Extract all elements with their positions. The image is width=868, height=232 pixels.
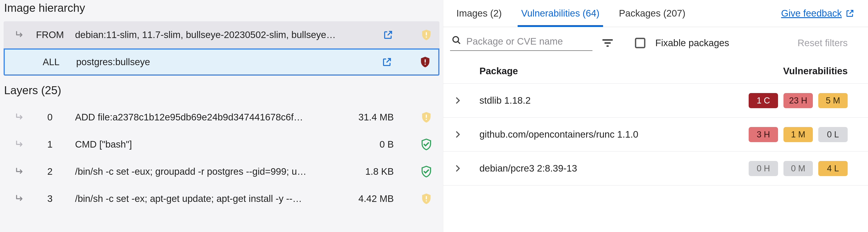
hierarchy-row-tag: ALL [34, 57, 68, 67]
fixable-label: Fixable packages [655, 37, 729, 49]
give-feedback-link[interactable]: Give feedback [781, 8, 855, 19]
package-row[interactable]: debian/pcre3 2:8.39-130 H0 M4 L [443, 152, 868, 185]
reset-filters-link[interactable]: Reset filters [798, 37, 848, 49]
layer-cmd: /bin/sh -c set -ex; apt-get update; apt-… [75, 193, 340, 204]
chevron-right-icon[interactable] [452, 129, 463, 140]
severity-badge: 23 H [783, 93, 813, 108]
tabs: Images (2) Vulnerabilities (64) Packages… [455, 0, 687, 27]
package-header: Package [479, 66, 783, 77]
severity-badge: 1 M [783, 127, 813, 142]
severity-badges: 1 C23 H5 M [749, 93, 848, 108]
tab-packages[interactable]: Packages (207) [617, 0, 687, 27]
package-name: github.com/opencontainers/runc 1.1.0 [479, 129, 749, 140]
feedback-label: Give feedback [781, 8, 842, 19]
shield-warn-faded-icon [420, 29, 433, 41]
filter-icon[interactable] [601, 37, 614, 49]
package-table-header: Package Vulnerabilities [443, 59, 868, 84]
indent-arrow-icon [15, 139, 25, 149]
layer-row[interactable]: 0 ADD file:a2378c1b12e95db69e24b9d347441… [4, 104, 439, 131]
shield-ok-icon [420, 165, 433, 178]
package-list: stdlib 1.18.21 C23 H5 Mgithub.com/openco… [443, 84, 868, 185]
open-external-icon[interactable] [382, 29, 394, 40]
layer-index: 3 [33, 193, 67, 204]
hierarchy-row-cmd: debian:11-slim, 11.7-slim, bullseye-2023… [75, 29, 365, 40]
severity-badges: 0 H0 M4 L [749, 161, 848, 176]
severity-badge: 1 C [749, 93, 778, 108]
tab-vulnerabilities[interactable]: Vulnerabilities (64) [520, 0, 601, 27]
indent-arrow-icon [15, 112, 25, 122]
right-panel: Images (2) Vulnerabilities (64) Packages… [443, 0, 868, 232]
shield-alert-icon [419, 56, 432, 68]
search-icon [452, 35, 462, 48]
shield-warn-faded-icon [420, 111, 433, 123]
hierarchy-row-cmd: postgres:bullseye [76, 57, 364, 67]
svg-rect-5 [426, 119, 427, 120]
layer-row[interactable]: 3 /bin/sh -c set -ex; apt-get update; ap… [4, 185, 439, 212]
chevron-right-icon[interactable] [452, 95, 463, 106]
indent-arrow-icon [15, 30, 25, 40]
open-external-icon[interactable] [381, 56, 393, 68]
package-name: debian/pcre3 2:8.39-13 [479, 163, 749, 174]
severity-badge: 4 L [818, 161, 848, 176]
tabs-bar: Images (2) Vulnerabilities (64) Packages… [443, 0, 868, 27]
layer-index: 2 [33, 166, 67, 177]
package-row[interactable]: github.com/opencontainers/runc 1.1.03 H1… [443, 118, 868, 152]
layer-cmd: ADD file:a2378c1b12e95db69e24b9d34744167… [75, 112, 340, 123]
fixable-checkbox[interactable] [634, 37, 646, 49]
image-hierarchy-title: Image hierarchy [4, 1, 439, 14]
severity-badge: 3 H [749, 127, 778, 142]
svg-rect-1 [426, 36, 427, 37]
package-row[interactable]: stdlib 1.18.21 C23 H5 M [443, 84, 868, 118]
layer-list: 0 ADD file:a2378c1b12e95db69e24b9d347441… [4, 104, 439, 212]
svg-point-8 [453, 37, 459, 42]
svg-rect-7 [426, 200, 427, 201]
hierarchy-row-from[interactable]: FROM debian:11-slim, 11.7-slim, bullseye… [4, 21, 439, 49]
indent-arrow-icon [15, 167, 25, 177]
layer-size: 4.42 MB [348, 193, 394, 204]
left-panel: Image hierarchy FROM debian:11-slim, 11.… [0, 0, 443, 232]
layer-index: 1 [33, 139, 67, 150]
tab-images[interactable]: Images (2) [455, 0, 504, 27]
layer-row[interactable]: 1 CMD ["bash"] 0 B [4, 131, 439, 158]
layer-size: 0 B [348, 139, 394, 150]
svg-rect-6 [426, 196, 427, 199]
open-external-icon [845, 9, 855, 18]
vulnerabilities-header: Vulnerabilities [783, 66, 848, 77]
search-input[interactable] [466, 36, 591, 47]
package-name: stdlib 1.18.2 [479, 95, 749, 106]
severity-badge: 0 M [783, 161, 813, 176]
layer-index: 0 [33, 112, 67, 123]
layer-size: 1.8 KB [348, 166, 394, 177]
svg-rect-3 [425, 64, 426, 65]
layer-row[interactable]: 2 /bin/sh -c set -eux; groupadd -r postg… [4, 158, 439, 185]
svg-rect-9 [636, 38, 645, 48]
layer-size: 31.4 MB [348, 112, 394, 123]
shield-ok-icon [420, 138, 433, 151]
indent-arrow-icon [15, 194, 25, 204]
layer-cmd: /bin/sh -c set -eux; groupadd -r postgre… [75, 166, 340, 177]
svg-rect-0 [426, 32, 427, 35]
hierarchy-row-all[interactable]: ALL postgres:bullseye [4, 49, 439, 76]
indent-arrow-spacer [16, 57, 26, 67]
svg-rect-4 [426, 115, 427, 118]
chevron-right-icon[interactable] [452, 163, 463, 174]
hierarchy-row-tag: FROM [33, 29, 67, 40]
severity-badge: 0 H [749, 161, 778, 176]
shield-warn-faded-icon [420, 193, 433, 205]
search-field[interactable] [450, 35, 592, 51]
svg-rect-2 [425, 59, 426, 62]
filter-bar: Fixable packages Reset filters [443, 27, 868, 59]
severity-badges: 3 H1 M0 L [749, 127, 848, 142]
layer-cmd: CMD ["bash"] [75, 139, 340, 150]
image-hierarchy-list: FROM debian:11-slim, 11.7-slim, bullseye… [4, 21, 439, 76]
severity-badge: 0 L [818, 127, 848, 142]
severity-badge: 5 M [818, 93, 848, 108]
layers-title: Layers (25) [4, 84, 439, 97]
